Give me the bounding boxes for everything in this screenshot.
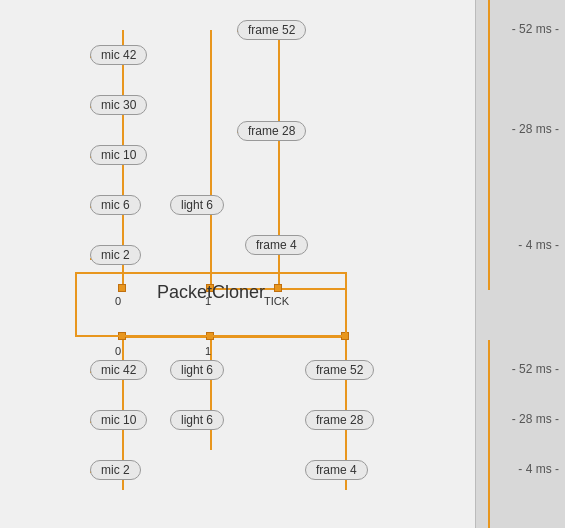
node-light6-in: light 6	[170, 195, 224, 215]
timeline-vline-bottom	[488, 340, 490, 528]
node-frame52-out: frame 52	[305, 360, 374, 380]
port0-label: 0	[115, 295, 121, 307]
tick-label: TICK	[264, 295, 289, 307]
node-frame4-out: frame 4	[305, 460, 368, 480]
node-frame52-in: frame 52	[237, 20, 306, 40]
timeline-label-52ms-bot: - 52 ms -	[512, 362, 559, 376]
node-mic42-out: mic 42	[90, 360, 147, 380]
timeline-label-4ms-bot: - 4 ms -	[518, 462, 559, 476]
node-frame4-in: frame 4	[245, 235, 308, 255]
node-mic10-in: mic 10	[90, 145, 147, 165]
timeline-panel	[475, 0, 565, 528]
node-mic10-out: mic 10	[90, 410, 147, 430]
diagram: - 52 ms - - 28 ms - - 4 ms - - 52 ms - -…	[0, 0, 565, 528]
timeline-vline-top	[488, 0, 490, 290]
node-mic2-in: mic 2	[90, 245, 141, 265]
node-frame28-in: frame 28	[237, 121, 306, 141]
timeline-label-52ms-top: - 52 ms -	[512, 22, 559, 36]
out-port1-label: 1	[205, 345, 211, 357]
vline-light-1	[210, 30, 212, 290]
node-mic2-out: mic 2	[90, 460, 141, 480]
timeline-label-28ms-top: - 28 ms -	[512, 122, 559, 136]
node-mic42-in: mic 42	[90, 45, 147, 65]
timeline-label-4ms-top: - 4 ms -	[518, 238, 559, 252]
port1-label: 1	[205, 295, 211, 307]
node-light6b-out: light 6	[170, 410, 224, 430]
timeline-label-28ms-bot: - 28 ms -	[512, 412, 559, 426]
node-mic30-in: mic 30	[90, 95, 147, 115]
node-frame28-out: frame 28	[305, 410, 374, 430]
node-light6a-out: light 6	[170, 360, 224, 380]
out-port0-label: 0	[115, 345, 121, 357]
node-mic6-in: mic 6	[90, 195, 141, 215]
